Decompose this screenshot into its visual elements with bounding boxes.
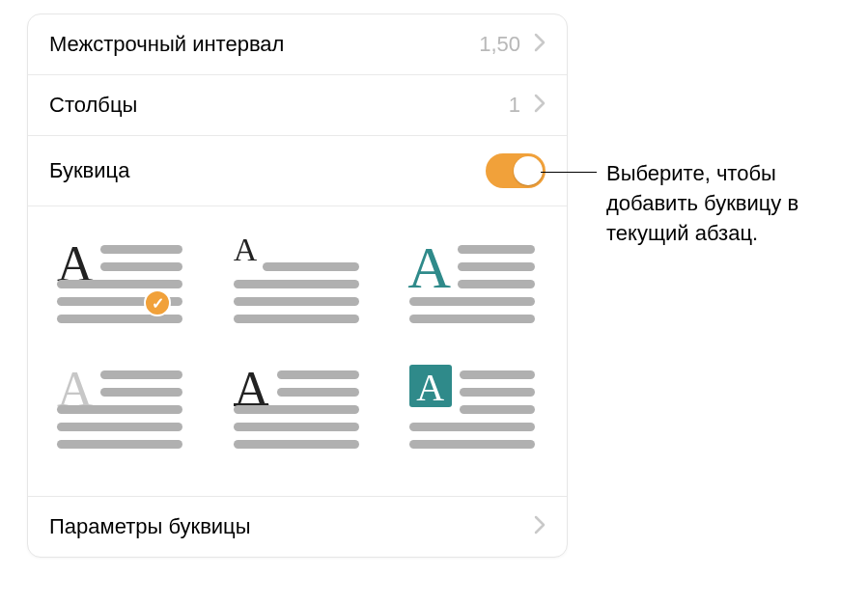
dropcap-style-5[interactable]: A — [234, 370, 359, 457]
dropcap-options-label: Параметры буквицы — [49, 514, 534, 539]
letter-a-icon: A — [234, 232, 258, 268]
dropcap-styles-grid: A ✓ A — [28, 206, 567, 497]
callout-leader — [541, 172, 597, 173]
toggle-knob — [514, 156, 543, 185]
columns-label: Столбцы — [49, 93, 509, 118]
row-dropcap-options[interactable]: Параметры буквицы — [28, 497, 567, 557]
dropcap-style-3[interactable]: A — [409, 245, 535, 332]
selected-badge: ✓ — [144, 289, 171, 316]
dropcap-label: Буквица — [49, 158, 486, 183]
columns-value: 1 — [509, 93, 520, 118]
dropcap-toggle[interactable] — [486, 153, 546, 188]
checkmark-icon: ✓ — [152, 294, 164, 313]
format-panel: Межстрочный интервал 1,50 Столбцы 1 Букв… — [27, 14, 568, 558]
chevron-right-icon — [534, 515, 546, 538]
dropcap-style-4[interactable]: A — [57, 370, 182, 457]
line-spacing-label: Межстрочный интервал — [49, 32, 479, 57]
dropcap-style-1[interactable]: A ✓ — [57, 245, 182, 332]
row-line-spacing[interactable]: Межстрочный интервал 1,50 — [28, 14, 567, 75]
line-spacing-value: 1,50 — [479, 32, 520, 57]
row-columns[interactable]: Столбцы 1 — [28, 75, 567, 136]
dropcap-style-2[interactable]: A — [234, 245, 359, 332]
chevron-right-icon — [534, 33, 546, 56]
dropcap-style-6[interactable]: A — [409, 370, 535, 457]
chevron-right-icon — [534, 94, 546, 117]
row-dropcap: Буквица — [28, 136, 567, 206]
letter-a-icon: A — [407, 233, 451, 302]
letter-a-icon: A — [416, 365, 444, 410]
callout-text: Выберите, чтобы добавить буквицу в текущ… — [606, 159, 848, 248]
